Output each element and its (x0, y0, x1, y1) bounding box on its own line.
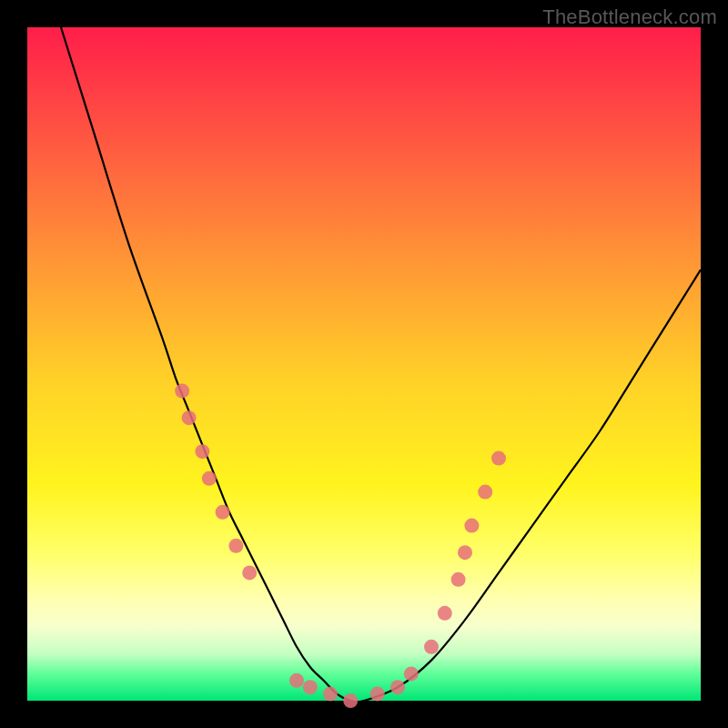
marker-group (175, 384, 506, 708)
data-marker (404, 666, 419, 681)
data-marker (491, 451, 506, 466)
watermark-text: TheBottleneck.com (542, 5, 717, 29)
data-marker (343, 693, 358, 708)
data-marker (242, 565, 257, 580)
data-marker (175, 384, 189, 399)
bottleneck-curve (61, 27, 701, 702)
data-marker (195, 444, 209, 459)
data-marker (451, 572, 466, 587)
data-marker (303, 680, 318, 694)
data-marker (323, 687, 338, 702)
data-marker (370, 687, 385, 702)
data-marker (478, 485, 492, 500)
data-marker (424, 640, 439, 654)
data-marker (390, 680, 405, 694)
plot-area (27, 27, 701, 701)
data-marker (289, 673, 304, 688)
data-marker (202, 471, 217, 486)
data-marker (216, 505, 230, 520)
data-marker (458, 545, 472, 560)
data-marker (228, 539, 243, 553)
chart-frame: TheBottleneck.com (0, 0, 728, 728)
data-marker (438, 606, 452, 621)
chart-svg (27, 27, 701, 701)
data-marker (464, 519, 479, 533)
data-marker (182, 410, 197, 425)
